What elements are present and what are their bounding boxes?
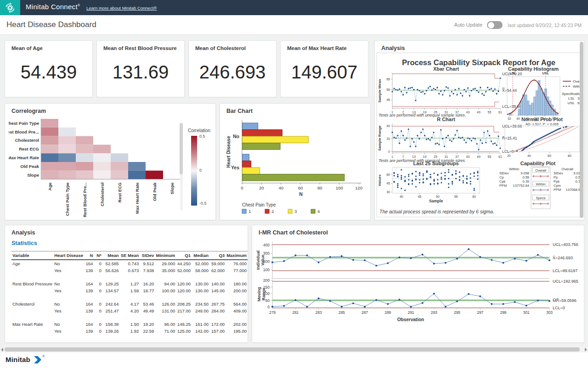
table-cell: 564.00	[226, 301, 248, 307]
panel-title: Analysis	[381, 45, 405, 51]
svg-text:Old Peak: Old Peak	[20, 164, 39, 169]
auto-update-toggle[interactable]	[487, 21, 503, 29]
table-cell: 76.000	[226, 260, 248, 267]
panel-title: Bar Chart	[226, 108, 253, 114]
svg-text:293: 293	[431, 310, 437, 315]
correlogram-vertical-scrollbar[interactable]	[180, 123, 183, 174]
minitab-connect-logo[interactable]	[0, 0, 20, 15]
svg-text:StDev: StDev	[554, 171, 563, 175]
svg-text:N: N	[299, 191, 303, 197]
table-header-cell: N*	[94, 251, 102, 260]
sixpack-vertical-scrollbar[interactable]	[580, 42, 583, 218]
brand-registered-mark: ®	[78, 4, 80, 7]
table-header-cell: StDev	[140, 251, 155, 260]
table-cell: 125.00	[176, 328, 192, 335]
svg-text:289: 289	[384, 310, 391, 315]
bar-segment	[243, 136, 309, 143]
table-header-cell: Median	[192, 251, 209, 260]
scroll-right-arrow-icon[interactable]	[585, 348, 587, 351]
svg-text:137752.64: 137752.64	[513, 184, 529, 188]
svg-text:55: 55	[488, 111, 492, 114]
svg-text:Sample: Sample	[429, 199, 443, 203]
svg-text:13: 13	[412, 155, 416, 158]
kpi-card-mean-age: Mean of Age 54.439	[5, 40, 93, 97]
svg-text:The actual process spread is r: The actual process spread is represented…	[379, 209, 494, 214]
svg-text:Yes: Yes	[231, 165, 239, 170]
svg-text:55: 55	[488, 155, 492, 158]
kpi-label: Mean of Cholesterol	[195, 45, 246, 51]
svg-text:Max Heart Rate: Max Heart Rate	[9, 155, 39, 160]
svg-text:49: 49	[477, 111, 481, 114]
table-row: Yes139056.6260.6737.93835.00052.00058.00…	[11, 267, 248, 274]
svg-text:80: 80	[317, 185, 322, 190]
table-cell: 161.00	[192, 321, 209, 328]
table-header-cell: SE Mean	[120, 251, 140, 260]
svg-text:49: 49	[477, 155, 481, 158]
correlogram-cell	[58, 162, 76, 171]
footer-registered-mark: ®	[42, 355, 45, 358]
svg-text:Pp: Pp	[554, 175, 558, 179]
table-cell: 100.00	[155, 287, 176, 294]
table-cell: 267.75	[209, 301, 226, 307]
svg-text:80: 80	[568, 154, 571, 157]
svg-text:283: 283	[315, 310, 322, 315]
table-cell: 172.00	[209, 321, 226, 328]
table-cell: 18.77	[140, 287, 155, 294]
svg-text:0.55: 0.55	[522, 175, 529, 179]
imr-chart-panel: I-MR Chart of Cholesterol 400300200100UC…	[252, 225, 584, 343]
horizontal-scrollbar-thumb[interactable]	[5, 347, 580, 351]
table-cell: 1.59	[120, 287, 140, 294]
table-cell	[11, 267, 53, 274]
table-cell: 59.000	[209, 260, 226, 267]
table-cell: Yes	[53, 287, 84, 294]
svg-text:37: 37	[455, 155, 459, 158]
svg-text:60: 60	[298, 185, 303, 190]
svg-text:400: 400	[263, 243, 270, 247]
svg-text:Overall: Overall	[535, 168, 546, 173]
learn-more-link[interactable]: Learn more about Minitab Connect®	[86, 6, 157, 11]
correlogram-cell	[76, 162, 93, 171]
table-cell: 19.20	[140, 321, 155, 328]
svg-text:1: 1	[249, 209, 251, 214]
table-cell: 22.59	[140, 328, 155, 335]
table-cell: Max Heart Rate	[11, 321, 53, 328]
table-cell: 4.20	[120, 307, 140, 314]
sync-gear-icon	[5, 2, 16, 13]
scroll-left-arrow-icon[interactable]	[1, 348, 3, 351]
svg-text:R Chart: R Chart	[437, 117, 455, 122]
svg-text:StDev: StDev	[499, 171, 509, 175]
bar-segment	[243, 154, 249, 161]
svg-text:40: 40	[527, 154, 531, 157]
statistics-section-title: Statistics	[11, 240, 37, 246]
svg-text:Moving: Moving	[257, 287, 261, 301]
kpi-label: Mean of Max Heart Rate	[287, 45, 347, 51]
table-header-cell: Mean	[102, 251, 120, 260]
table-cell: 130.00	[192, 287, 209, 294]
svg-text:Old Peak: Old Peak	[152, 182, 157, 201]
table-cell: 0.743	[120, 260, 140, 267]
table-cell: No	[53, 260, 84, 267]
table-cell: 126.00	[155, 301, 176, 307]
svg-text:LCL=0: LCL=0	[553, 306, 565, 310]
bar-segment	[243, 130, 283, 137]
svg-text:Chest Pain Type: Chest Pain Type	[65, 183, 70, 216]
table-cell: 52.000	[192, 260, 209, 267]
correlogram-cell	[41, 119, 58, 128]
heart-disease-bar-chart: NoYes020406080100120NHeart DiseaseChest …	[224, 117, 367, 218]
table-cell: 134.57	[102, 287, 120, 294]
page-title: Heart Disease Dashboard	[6, 20, 96, 29]
svg-text:4: 4	[317, 209, 320, 214]
svg-text:45: 45	[386, 98, 390, 101]
table-cell: 139.26	[102, 328, 120, 335]
table-cell: 1.50	[120, 321, 140, 328]
correlogram-cell	[76, 153, 93, 162]
table-cell: 53.46	[140, 301, 155, 307]
svg-text:55: 55	[454, 195, 458, 198]
svg-text:Sample Mean: Sample Mean	[378, 79, 382, 102]
svg-text:303: 303	[546, 310, 553, 315]
svg-text:20: 20	[259, 185, 264, 190]
table-cell: Age	[11, 260, 53, 267]
table-cell: 217.00	[176, 307, 192, 314]
table-row: CholesterolNo1640242.644.1753.46126.0020…	[11, 301, 248, 307]
toggle-knob	[488, 22, 494, 28]
